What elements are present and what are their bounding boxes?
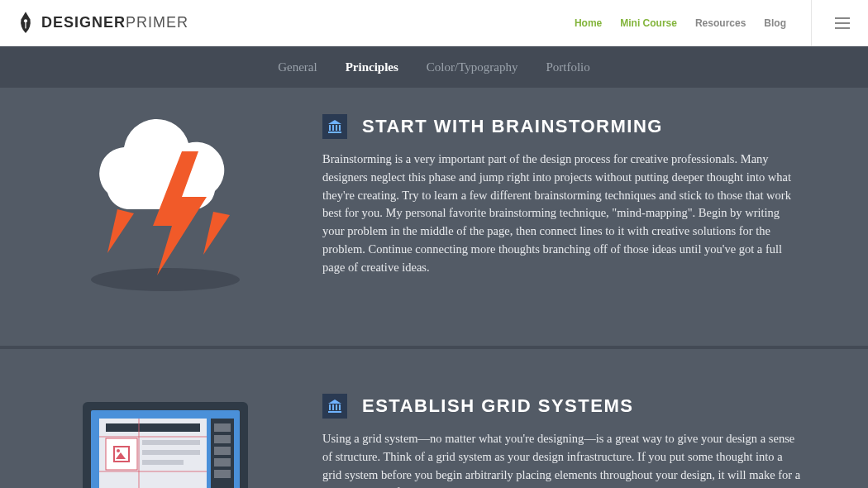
site-header: DESIGNERPRIMER Home Mini Course Resource… [0,0,868,46]
svg-rect-22 [214,470,231,478]
svg-rect-37 [336,404,337,410]
svg-rect-8 [332,125,334,131]
grid-illustration [33,394,298,488]
tab-color-typography[interactable]: Color/Typography [427,60,518,74]
category-tabs: General Principles Color/Typography Port… [0,46,868,88]
nav-divider [811,0,812,46]
svg-rect-35 [329,404,331,410]
nav-resources[interactable]: Resources [695,17,746,29]
section-grid-systems: ESTABLISH GRID SYSTEMS Using a grid syst… [0,346,868,488]
pen-nib-icon [17,12,35,35]
svg-point-2 [91,268,240,291]
svg-rect-38 [339,404,341,410]
svg-rect-29 [142,450,200,455]
tab-general[interactable]: General [278,60,317,74]
svg-marker-4 [107,209,134,253]
menu-icon[interactable] [832,14,853,32]
tab-principles[interactable]: Principles [346,60,398,74]
top-nav: Home Mini Course Resources Blog [575,0,853,46]
svg-marker-34 [328,399,341,404]
section-heading: START WITH BRAINSTORMING [362,116,663,137]
svg-rect-23 [106,423,200,432]
section-heading: ESTABLISH GRID SYSTEMS [362,395,633,417]
tab-portfolio[interactable]: Portfolio [546,60,589,74]
svg-rect-19 [214,435,231,443]
logo[interactable]: DESIGNERPRIMER [17,12,188,35]
svg-rect-1 [25,21,26,28]
institution-icon [322,114,347,139]
svg-rect-36 [332,404,334,410]
svg-marker-6 [328,120,341,124]
nav-home[interactable]: Home [575,17,602,29]
section-body: Using a grid system—no matter what you'r… [322,430,802,488]
svg-rect-7 [329,125,331,131]
nav-blog[interactable]: Blog [764,17,786,29]
svg-rect-11 [328,132,341,133]
brainstorm-illustration [33,114,298,296]
section-brainstorming: START WITH BRAINSTORMING Brainstorming i… [0,88,868,346]
section-body: Brainstorming is a very important part o… [322,151,802,276]
svg-rect-18 [214,423,231,432]
svg-marker-5 [203,212,230,255]
svg-rect-21 [214,458,231,466]
svg-rect-30 [142,460,184,465]
svg-rect-20 [214,447,231,455]
section-content: START WITH BRAINSTORMING Brainstorming i… [322,114,802,296]
section-content: ESTABLISH GRID SYSTEMS Using a grid syst… [322,394,802,488]
svg-rect-9 [336,125,337,131]
svg-rect-39 [328,411,341,413]
svg-rect-10 [339,125,341,131]
logo-text: DESIGNERPRIMER [41,14,188,31]
institution-icon [322,394,347,419]
nav-mini-course[interactable]: Mini Course [620,17,677,29]
svg-point-26 [117,449,120,452]
svg-rect-28 [142,440,200,445]
